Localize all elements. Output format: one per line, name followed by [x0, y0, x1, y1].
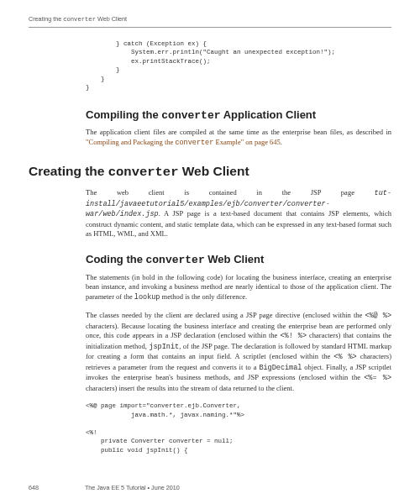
heading-creating-suffix: Web Client	[178, 164, 249, 178]
section-coding-code: converter	[146, 254, 205, 266]
xref-link[interactable]: "Compiling and Packaging the converter E…	[86, 138, 281, 146]
para-classes: The classes needed by the client are dec…	[86, 311, 391, 393]
section-compiling: Compiling the converter Application Clie…	[86, 108, 391, 123]
heading-creating-prefix: Creating the	[29, 164, 108, 178]
para-compiling-end: .	[281, 138, 282, 146]
running-head-code: converter	[63, 16, 96, 23]
para-webclient-intro: The web client is contained in the JSP p…	[86, 188, 391, 239]
section-coding-suffix: Web Client	[205, 253, 265, 265]
heading-creating-code: converter	[108, 165, 179, 180]
section-compiling-suffix: Application Client	[221, 108, 317, 121]
page-footer: 648 The Java EE 5 Tutorial • June 2010	[29, 484, 391, 492]
section-compiling-code: converter	[161, 109, 220, 122]
footer-title: The Java EE 5 Tutorial • June 2010	[85, 484, 180, 491]
heading-creating: Creating the converter Web Client	[29, 163, 391, 181]
para-statements: The statements (in bold in the following…	[86, 273, 391, 302]
para-compiling-text: The application client files are compile…	[86, 128, 391, 136]
para-webclient-a: The web client is contained in the JSP p…	[86, 188, 354, 197]
para-compiling: The application client files are compile…	[86, 128, 391, 148]
code-block-exception: } catch (Exception ex) { System.err.prin…	[86, 39, 391, 92]
section-coding-prefix: Coding the	[86, 253, 146, 265]
running-head: Creating the converter Web Client	[29, 15, 391, 28]
page-number: 648	[29, 484, 83, 492]
section-compiling-prefix: Compiling the	[86, 108, 161, 121]
lookup-code: lookup	[134, 293, 160, 302]
running-head-prefix: Creating the	[29, 15, 63, 23]
section-coding: Coding the converter Web Client	[86, 252, 391, 268]
code-block-jsp: <%@ page import="converter.ejb.Converter…	[86, 402, 391, 454]
running-head-suffix: Web Client	[96, 15, 127, 23]
